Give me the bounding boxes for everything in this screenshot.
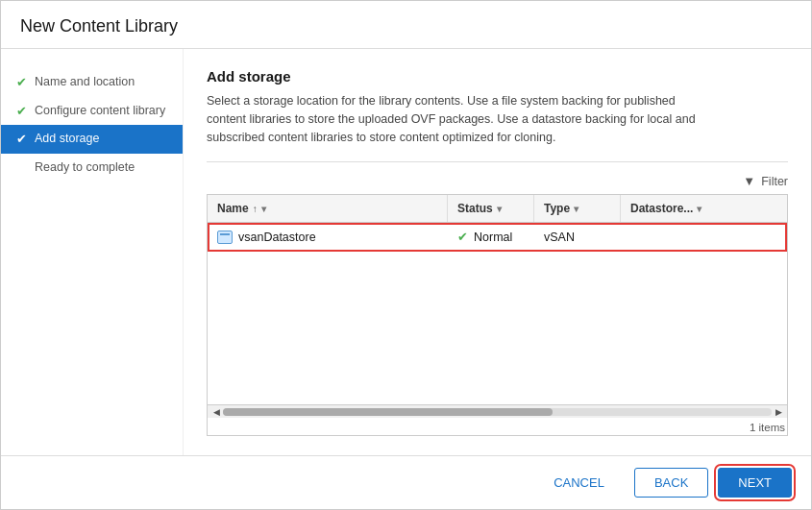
back-button[interactable]: BACK — [634, 468, 708, 498]
col-header-name[interactable]: Name ↑ ▾ — [208, 195, 448, 222]
col-type-label: Type — [544, 202, 570, 215]
sidebar-step4-label: Ready to complete — [35, 159, 135, 177]
cell-name: vsanDatastore — [208, 224, 448, 251]
sort-asc-icon: ↑ — [253, 204, 258, 214]
filter-bar: ▼ Filter — [207, 174, 788, 188]
check-icon-step4: ✔ — [16, 160, 27, 175]
section-desc: Select a storage location for the librar… — [207, 92, 706, 146]
dialog-header: New Content Library — [1, 1, 811, 49]
row-type-value: vSAN — [544, 231, 575, 244]
cell-status: ✔ Normal — [448, 223, 534, 251]
sidebar-item-step3[interactable]: ✔ Add storage — [1, 125, 183, 154]
cancel-button[interactable]: CANCEL — [533, 468, 625, 498]
section-divider — [207, 161, 788, 162]
col-status-filter-icon: ▾ — [497, 204, 502, 214]
sidebar: ✔ Name and location ✔ Configure content … — [1, 49, 184, 455]
sidebar-step1-label: Name and location — [35, 74, 135, 91]
status-check-icon: ✔ — [457, 230, 468, 244]
sidebar-item-step4[interactable]: ✔ Ready to complete — [1, 154, 183, 182]
sidebar-item-step1[interactable]: ✔ Name and location — [1, 68, 183, 97]
col-status-label: Status — [457, 202, 493, 215]
cell-datastore — [621, 231, 787, 244]
dialog-title: New Content Library — [20, 16, 792, 36]
sidebar-item-step2[interactable]: ✔ Configure content library — [1, 97, 183, 126]
new-content-library-dialog: New Content Library ✔ Name and location … — [0, 0, 812, 510]
scroll-thumb[interactable] — [223, 408, 553, 416]
cell-type: vSAN — [534, 224, 621, 251]
col-name-filter-icon: ▾ — [261, 204, 266, 214]
col-header-status[interactable]: Status ▾ — [448, 195, 534, 222]
horizontal-scrollbar[interactable]: ◀ ▶ — [208, 404, 787, 418]
filter-label: Filter — [761, 175, 788, 188]
check-icon-step3: ✔ — [16, 132, 27, 146]
filter-icon: ▼ — [743, 174, 755, 188]
sidebar-step3-label: Add storage — [35, 131, 99, 148]
dialog-footer: CANCEL BACK NEXT — [1, 455, 811, 509]
col-header-datastore[interactable]: Datastore... ▾ — [621, 195, 787, 222]
scroll-left-arrow[interactable]: ◀ — [209, 405, 223, 419]
check-icon-step2: ✔ — [16, 104, 27, 118]
next-button[interactable]: NEXT — [718, 468, 792, 498]
scroll-right-arrow[interactable]: ▶ — [772, 405, 785, 419]
col-datastore-filter-icon: ▾ — [697, 204, 701, 214]
row-name-value: vsanDatastore — [238, 231, 316, 244]
check-icon-step1: ✔ — [16, 75, 27, 89]
items-count: 1 items — [208, 418, 787, 435]
col-datastore-label: Datastore... — [630, 202, 693, 215]
storage-table: Name ↑ ▾ Status ▾ Type ▾ Datastore... — [207, 194, 788, 436]
col-type-filter-icon: ▾ — [574, 204, 578, 214]
datastore-icon — [217, 231, 233, 244]
scroll-track[interactable] — [223, 408, 772, 416]
table-row[interactable]: vsanDatastore ✔ Normal vSAN — [208, 223, 787, 252]
dialog-body: ✔ Name and location ✔ Configure content … — [1, 49, 811, 455]
section-title: Add storage — [207, 68, 788, 85]
table-header: Name ↑ ▾ Status ▾ Type ▾ Datastore... — [208, 195, 787, 223]
table-body: vsanDatastore ✔ Normal vSAN — [208, 223, 787, 404]
main-content: Add storage Select a storage location fo… — [184, 49, 811, 455]
col-name-label: Name — [217, 202, 249, 215]
row-status-value: Normal — [474, 231, 512, 244]
col-header-type[interactable]: Type ▾ — [534, 195, 621, 222]
sidebar-step2-label: Configure content library — [35, 103, 165, 120]
